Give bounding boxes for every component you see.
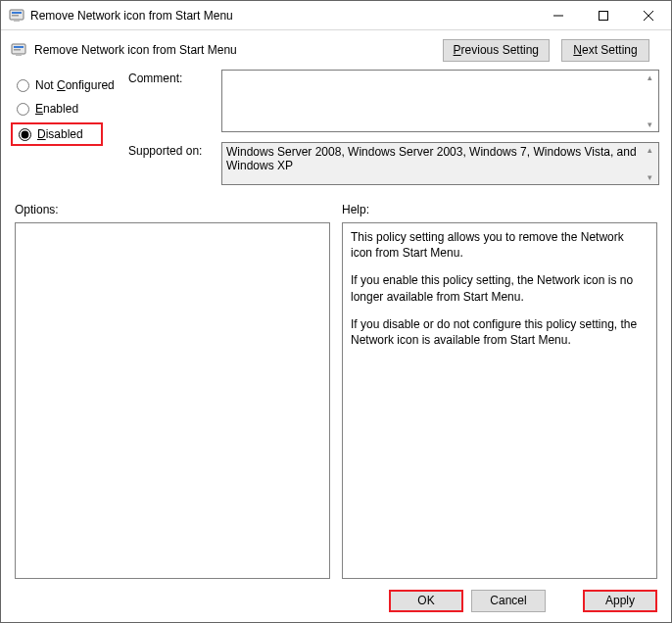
radio-enabled-label: Enabled [35, 102, 78, 116]
scroll-down-icon[interactable]: ▾ [643, 171, 657, 183]
state-radio-group: Not Configured Enabled Disabled [11, 70, 128, 195]
titlebar: Remove Network icon from Start Menu [1, 1, 671, 30]
help-header: Help: [342, 203, 657, 216]
svg-rect-11 [16, 54, 22, 56]
cancel-button[interactable]: Cancel [471, 590, 546, 612]
svg-rect-9 [14, 46, 24, 48]
comment-label: Comment: [128, 70, 221, 132]
dialog-footer: OK Cancel Apply [1, 579, 671, 622]
gpedit-icon [11, 42, 26, 58]
policy-name: Remove Network icon from Start Menu [34, 43, 443, 57]
radio-disabled-label: Disabled [37, 127, 83, 141]
radio-enabled[interactable]: Enabled [11, 97, 128, 120]
options-header: Options: [15, 203, 330, 216]
svg-rect-2 [12, 15, 19, 17]
subtitle-bar: Remove Network icon from Start Menu Prev… [1, 30, 671, 70]
previous-setting-button[interactable]: Previous Setting [443, 39, 550, 62]
radio-disabled-input[interactable] [19, 128, 31, 141]
ok-button[interactable]: OK [389, 590, 463, 612]
radio-not-configured[interactable]: Not Configured [11, 73, 128, 97]
svg-rect-1 [12, 12, 22, 14]
scroll-down-icon[interactable]: ▾ [643, 119, 657, 130]
comment-scrollbar[interactable]: ▴ ▾ [643, 72, 657, 130]
gpedit-icon [9, 8, 24, 24]
apply-button[interactable]: Apply [583, 590, 657, 612]
scroll-up-icon[interactable]: ▴ [643, 72, 657, 83]
maximize-button[interactable] [581, 1, 626, 30]
supported-scrollbar[interactable]: ▴ ▾ [643, 144, 657, 183]
supported-on-label: Supported on: [128, 142, 221, 185]
scroll-up-icon[interactable]: ▴ [643, 144, 657, 156]
radio-disabled[interactable]: Disabled [11, 122, 103, 146]
window-title: Remove Network icon from Start Menu [30, 9, 536, 23]
help-panel: This policy setting allows you to remove… [342, 222, 657, 579]
dialog-window: Remove Network icon from Start Menu Remo… [0, 0, 672, 623]
svg-rect-3 [14, 20, 20, 22]
minimize-button[interactable] [536, 1, 581, 30]
radio-not-configured-input[interactable] [17, 79, 29, 92]
supported-on-box: Windows Server 2008, Windows Server 2003… [221, 142, 659, 185]
supported-on-value: Windows Server 2008, Windows Server 2003… [226, 145, 637, 172]
options-panel [15, 222, 330, 579]
radio-not-configured-label: Not Configured [35, 78, 115, 92]
next-setting-button[interactable]: Next Setting [561, 39, 649, 62]
comment-textarea[interactable]: ▴ ▾ [221, 70, 659, 132]
radio-enabled-input[interactable] [17, 103, 29, 116]
help-text-2: If you enable this policy setting, the N… [351, 272, 648, 304]
svg-rect-5 [600, 11, 608, 20]
svg-rect-10 [14, 49, 21, 51]
help-text-3: If you disable or do not configure this … [351, 316, 648, 348]
close-button[interactable] [626, 1, 671, 30]
help-text-1: This policy setting allows you to remove… [351, 229, 648, 261]
